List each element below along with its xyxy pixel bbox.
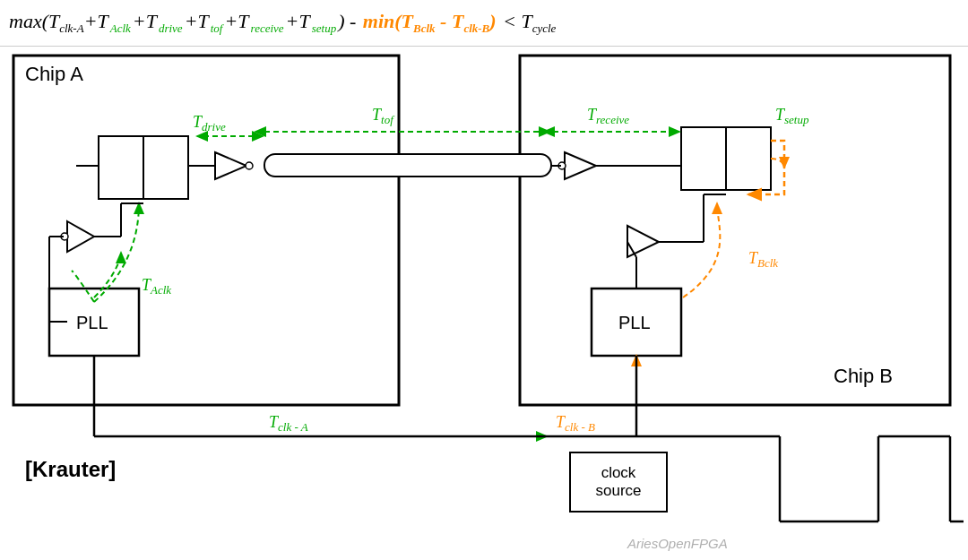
formula-bar: max(Tclk-A+TAclk+Tdrive+Ttof+Treceive+Ts… bbox=[0, 0, 968, 47]
svg-rect-2 bbox=[99, 136, 143, 199]
formula-part-2: Aclk bbox=[110, 10, 131, 36]
formula-part-11: ) - bbox=[338, 10, 361, 33]
svg-rect-1 bbox=[520, 56, 950, 405]
formula-part-5: +T bbox=[185, 10, 209, 33]
svg-point-5 bbox=[246, 162, 253, 169]
formula-part-4: drive bbox=[159, 10, 183, 36]
krauter-label: [Krauter] bbox=[25, 457, 116, 481]
formula-part-8: receive bbox=[251, 10, 284, 36]
chip-a-label: Chip A bbox=[25, 63, 83, 85]
formula-text: max(Tclk-A+TAclk+Tdrive+Ttof+Treceive+Ts… bbox=[9, 10, 556, 36]
formula-part-10: setup bbox=[312, 10, 336, 36]
clock-source-box: clock source bbox=[569, 452, 668, 513]
t-clk-b-label: Tclk - B bbox=[556, 413, 595, 434]
chip-b-label: Chip B bbox=[834, 365, 893, 387]
formula-part-13: < Tcycle bbox=[498, 10, 557, 36]
formula-part-9: +T bbox=[286, 10, 310, 33]
svg-rect-13 bbox=[726, 127, 771, 190]
t-clk-a-label: Tclk - A bbox=[269, 413, 308, 434]
watermark: AriesOpenFPGA bbox=[627, 536, 728, 551]
pll-b-label: PLL bbox=[618, 313, 651, 332]
clock-source-line2: source bbox=[595, 482, 641, 500]
diagram-area: Chip A Chip B bbox=[0, 47, 968, 560]
formula-part-1: max(Tclk-A+T bbox=[9, 10, 108, 36]
clock-source-line1: clock bbox=[601, 464, 636, 482]
formula-part-6: tof bbox=[211, 10, 223, 36]
pll-a-label: PLL bbox=[76, 313, 108, 332]
formula-part-12: min(TBclk - Tclk-B) bbox=[363, 10, 497, 36]
formula-part-7: +T bbox=[224, 10, 248, 33]
svg-rect-7 bbox=[264, 154, 551, 177]
svg-rect-12 bbox=[681, 127, 726, 190]
formula-part-3: +T bbox=[133, 10, 157, 33]
diagram-svg: Chip A Chip B bbox=[0, 47, 968, 560]
svg-rect-3 bbox=[143, 136, 188, 199]
